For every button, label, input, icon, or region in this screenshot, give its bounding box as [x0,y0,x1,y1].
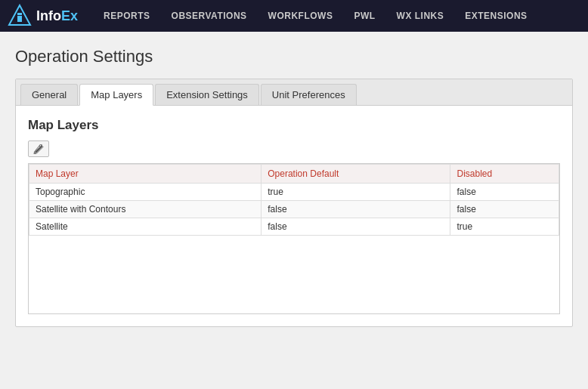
cell-map-layer: Satellite with Contours [29,201,262,218]
page-content: Operation Settings General Map Layers Ex… [0,32,588,389]
cell-map-layer: Topographic [29,184,262,201]
tab-extension-settings[interactable]: Extension Settings [155,84,259,105]
tab-content: Map Layers Map Layer Operation Default D… [16,106,572,326]
section-title: Map Layers [28,118,560,133]
logo-text-info: Info [36,8,61,24]
cell-map-layer: Satellite [29,218,262,236]
nav-item-extensions[interactable]: EXTENSIONS [454,0,537,32]
svg-rect-1 [17,16,22,22]
nav-item-workflows[interactable]: WORKFLOWS [258,0,344,32]
table-row: Satellite with Contoursfalsefalse [29,201,559,218]
cell-disabled: true [450,218,559,236]
logo-text-ex: Ex [61,8,78,24]
table-container: Map Layer Operation Default Disabled Top… [28,163,560,314]
tab-map-layers[interactable]: Map Layers [79,84,153,106]
table-row: Topographictruefalse [29,184,559,201]
logo-icon [8,4,32,28]
tab-general[interactable]: General [20,84,78,105]
nav-item-wx-links[interactable]: WX LINKS [386,0,455,32]
tabs-bar: General Map Layers Extension Settings Un… [16,79,572,106]
nav-item-observations[interactable]: OBSERVATIONS [161,0,258,32]
cell-operation-default: false [262,201,450,218]
table-row: Satellitefalsetrue [29,218,559,236]
nav-item-reports[interactable]: REPORTS [93,0,161,32]
edit-button[interactable] [28,140,49,157]
cell-disabled: false [450,201,559,218]
tab-panel: General Map Layers Extension Settings Un… [15,79,573,327]
cell-operation-default: true [262,184,450,201]
nav-item-pwl[interactable]: PWL [343,0,385,32]
col-header-map-layer: Map Layer [29,165,262,184]
cell-disabled: false [450,184,559,201]
navbar: InfoEx REPORTS OBSERVATIONS WORKFLOWS PW… [0,0,588,32]
col-header-disabled: Disabled [450,165,559,184]
col-header-operation-default: Operation Default [262,165,450,184]
nav-items: REPORTS OBSERVATIONS WORKFLOWS PWL WX LI… [93,0,538,32]
tab-unit-preferences[interactable]: Unit Preferences [261,84,357,105]
logo: InfoEx [8,4,78,28]
pencil-icon [33,144,44,154]
page-title: Operation Settings [15,47,573,66]
cell-operation-default: false [262,218,450,236]
map-layers-table: Map Layer Operation Default Disabled Top… [29,164,559,236]
svg-rect-2 [17,13,22,15]
